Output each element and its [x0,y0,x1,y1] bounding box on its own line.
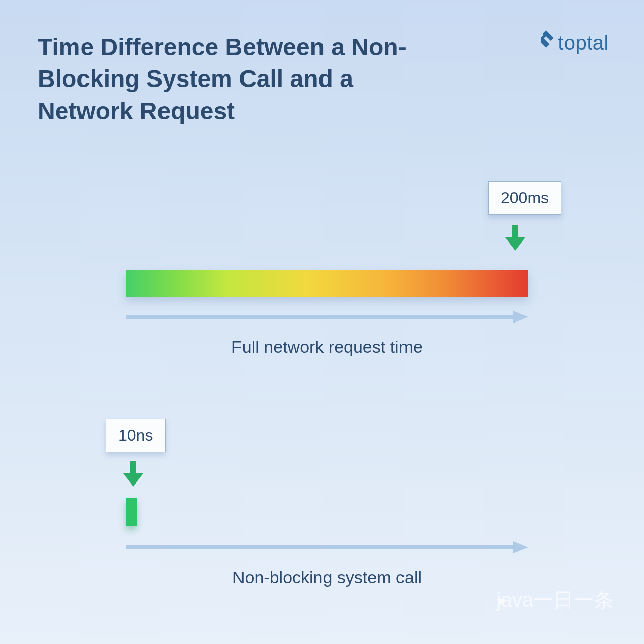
arrow-down-icon [123,461,143,489]
syscall-time-badge: 10ns [106,419,166,452]
watermark: java一日一条 [491,586,614,614]
page-title: Time Difference Between a Non-Blocking S… [38,31,410,127]
network-axis [126,311,528,323]
syscall-caption: Non-blocking system call [126,568,528,587]
syscall-time-bar [126,498,137,526]
network-time-badge: 200ms [488,181,561,215]
syscall-axis [126,541,528,553]
brand-icon [541,30,555,56]
watermark-text: java一日一条 [497,586,614,614]
network-caption: Full network request time [126,337,528,357]
brand-logo: toptal [541,30,609,56]
arrow-down-icon [505,225,525,253]
brand-text: toptal [558,32,609,54]
network-time-bar [126,270,528,297]
